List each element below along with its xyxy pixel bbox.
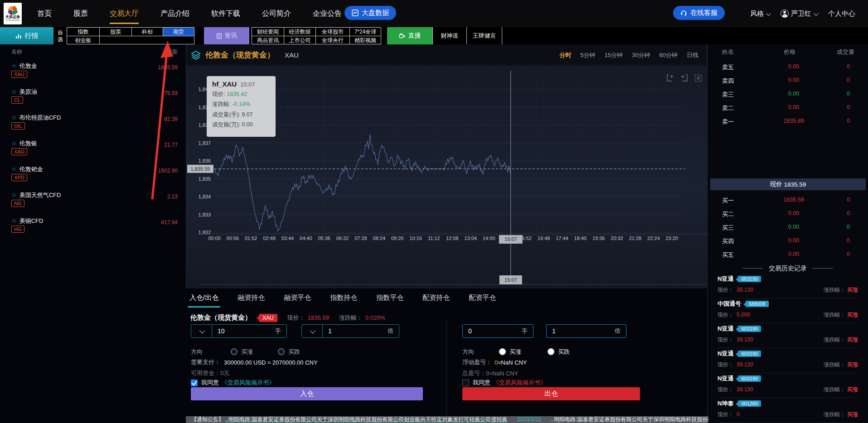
watchlist-item[interactable]: ☆伦敦钯金XPD1502.90 <box>0 164 186 190</box>
orderbook-row[interactable]: 买五0.000 <box>708 251 868 262</box>
svg-text:13:04: 13:04 <box>464 236 477 241</box>
subnav-cell[interactable]: 经济数据 <box>284 28 316 36</box>
history-entry[interactable]: N亚通603190现价：39.130涨跌幅：买涨 <box>718 324 858 348</box>
interval-tab[interactable]: 日线 <box>687 51 698 59</box>
orderbook-row[interactable]: 卖五0.000 <box>708 63 868 74</box>
nav-item[interactable]: 首页 <box>35 1 53 27</box>
star-icon[interactable]: ☆ <box>11 140 17 147</box>
trade-tab[interactable]: 指数持仓 <box>330 293 357 308</box>
orderbook-row[interactable]: 买二0.000 <box>708 210 868 221</box>
star-icon[interactable]: ☆ <box>11 217 17 224</box>
orderbook-row[interactable]: 买四0.000 <box>708 237 868 248</box>
nav-item[interactable]: 企业公告 <box>311 1 344 27</box>
subnav-cell[interactable]: 创业板 <box>67 36 100 45</box>
subnav-cell[interactable]: 期货 <box>163 28 194 36</box>
history-entry[interactable]: 中国通号688009现价：5.000涨跌幅：买涨 <box>718 299 858 323</box>
style-dropdown[interactable]: 风格 <box>750 10 770 18</box>
watchlist-item[interactable]: ☆美国天然气CFDNG2.13 <box>0 190 186 216</box>
close-lots-input[interactable]: 0 手 <box>462 324 533 338</box>
subnav-cell[interactable]: 股票 <box>100 28 132 36</box>
headset-icon <box>680 10 687 16</box>
risk-agreement-link-red[interactable]: 《交易风险揭示书》 <box>493 379 546 387</box>
trade-tab[interactable]: 入仓/出仓 <box>189 293 218 308</box>
trade-tab[interactable]: 配资持仓 <box>422 293 450 308</box>
zoom-in-tool-icon[interactable] <box>666 74 674 82</box>
trade-tab[interactable]: 配资平仓 <box>469 293 496 308</box>
subnav-cell[interactable]: 财经要闻 <box>252 28 284 36</box>
history-entry[interactable]: N坤泰001260现价：0涨跌幅：买涨 <box>718 399 858 423</box>
brand-logo[interactable]: 天风证券 TF SECURITIES <box>4 3 22 24</box>
chart-plot-area[interactable]: 1,8321,8331,8341,8351,8361,8371,8381,839… <box>186 66 708 288</box>
subnav-cell[interactable]: 全球股市 <box>316 28 350 36</box>
trade-tab[interactable]: 融资平仓 <box>284 293 311 308</box>
watchlist-item[interactable]: ☆伦敦银XAG21.77 <box>0 138 186 164</box>
zoom-out-tool-icon[interactable] <box>680 74 688 82</box>
subnav-cell[interactable]: 上市公司 <box>284 36 316 45</box>
watchlist-item[interactable]: ☆美铜CFDHG417.94 <box>0 216 186 241</box>
open-lots-input[interactable]: 10 手 <box>191 324 287 338</box>
news-tab[interactable]: 资讯 <box>204 27 249 44</box>
watchlist-tab[interactable]: 自选 <box>55 28 65 44</box>
close-agree-checkbox[interactable] <box>462 380 469 386</box>
quotes-tab[interactable]: 行情 <box>0 27 53 44</box>
open-position-button[interactable]: 入仓 <box>191 387 423 400</box>
star-icon[interactable]: ☆ <box>11 114 17 121</box>
subnav-cell[interactable]: 商品资讯 <box>252 36 284 45</box>
interval-tab[interactable]: 15分钟 <box>605 51 623 59</box>
star-icon[interactable]: ☆ <box>11 62 17 69</box>
close-buy-down-radio[interactable]: 买跌 <box>548 348 570 356</box>
orderbook-row[interactable]: 卖四0.000 <box>708 77 868 88</box>
interval-tab[interactable]: 5分钟 <box>580 51 595 59</box>
star-icon[interactable]: ☆ <box>11 192 17 198</box>
history-entry[interactable]: N亚通603190现价：39.130涨跌幅：买涨 <box>718 349 858 373</box>
nav-item[interactable]: 交易大厅 <box>108 1 141 27</box>
interval-tab[interactable]: 60分钟 <box>659 51 678 59</box>
orderbook-row[interactable]: 买三0.000 <box>708 224 868 235</box>
open-agree-checkbox[interactable] <box>191 380 198 386</box>
wangpai-tab[interactable]: 王牌健言 <box>467 27 502 44</box>
risk-agreement-link[interactable]: 《交易风险揭示书》 <box>222 379 275 387</box>
lots-dropdown-icon[interactable] <box>191 325 212 337</box>
nav-item[interactable]: 股票 <box>72 1 90 27</box>
watchlist-item[interactable]: ☆美原油CL75.93 <box>0 87 186 112</box>
history-entry[interactable]: N亚通603190现价：39.130涨跌幅：买涨 <box>718 374 858 398</box>
nav-item[interactable]: 公司简介 <box>260 1 293 27</box>
close-buy-up-radio[interactable]: 买涨 <box>499 348 521 356</box>
live-tab[interactable]: 直播 <box>387 27 432 44</box>
star-icon[interactable]: ☆ <box>11 88 17 95</box>
orderbook-row[interactable]: 卖三0.000 <box>708 91 868 101</box>
orderbook-row[interactable]: 卖一1835.890 <box>708 118 868 129</box>
market-data-button[interactable]: 大盘数据 <box>344 6 396 20</box>
open-buy-up-radio[interactable]: 买涨 <box>231 348 253 356</box>
interval-tab[interactable]: 30分钟 <box>632 51 650 59</box>
nav-item[interactable]: 软件下载 <box>209 1 242 27</box>
online-service-button[interactable]: 在线客服 <box>673 6 725 20</box>
orderbook-row[interactable]: 卖二0.000 <box>708 104 868 115</box>
close-leverage-input[interactable]: 1 倍 <box>546 324 626 338</box>
interval-tab[interactable]: 分时 <box>559 51 571 59</box>
instrument-code-badge: XAG <box>11 148 27 155</box>
subnav-cell[interactable]: 7*24全球 <box>350 28 381 36</box>
subnav-cell[interactable]: 全球央行 <box>316 36 350 45</box>
notice-marquee[interactable]: 【通知公告】 ..明阳电路:国泰君安证券股份有限公司关于深圳明阳电路科技股份有限… <box>186 416 708 423</box>
watchlist-item[interactable]: ☆伦敦金XAU1835.59 <box>0 61 186 87</box>
history-entry[interactable]: N亚通603190现价：39.130涨跌幅：买涨 <box>718 274 858 298</box>
leverage-dropdown-icon[interactable] <box>302 325 323 337</box>
close-overlay-icon[interactable] <box>694 74 702 82</box>
trade-tab[interactable]: 指数平仓 <box>376 293 403 308</box>
close-position-button[interactable]: 出仓 <box>462 387 640 400</box>
user-dropdown[interactable]: 严卫红 <box>781 10 817 18</box>
open-buy-down-radio[interactable]: 买跌 <box>278 348 300 356</box>
subnav-cell[interactable]: 精彩视频 <box>350 36 381 45</box>
personal-center-link[interactable]: 个人中心 <box>828 10 855 18</box>
nav-item[interactable]: 产品介绍 <box>159 1 191 27</box>
watchlist-item[interactable]: ☆布伦特原油CFDOIL82.39 <box>0 112 186 138</box>
subnav-cell[interactable]: 科创 <box>132 28 163 36</box>
subnav-cell[interactable]: 指数 <box>67 28 100 36</box>
trade-tab[interactable]: 融资持仓 <box>238 293 265 308</box>
orderbook-row[interactable]: 买一1835.590 <box>708 197 868 207</box>
caishendao-tab[interactable]: 财神道 <box>432 27 467 44</box>
logo-en-text: TF SECURITIES <box>6 19 19 21</box>
open-leverage-input[interactable]: 1 倍 <box>301 324 399 338</box>
star-icon[interactable]: ☆ <box>11 166 17 173</box>
